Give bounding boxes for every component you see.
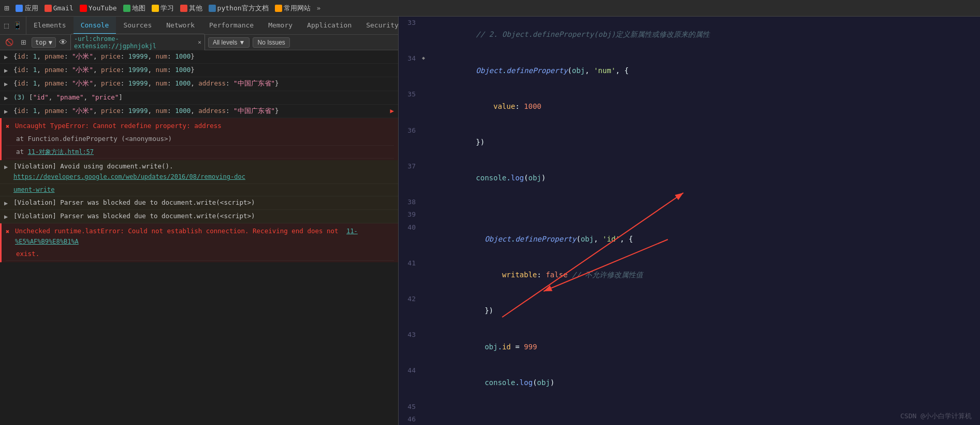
console-text: [Violation] Avoid using document.write()…	[13, 161, 394, 182]
no-issues-button[interactable]: No Issues	[253, 37, 289, 48]
expand-icon[interactable]: ▶	[4, 78, 13, 89]
bookmark-bar: ⊞ 应用 Gmail YouTube 地图 学习 其他 python官方文档 常…	[0, 0, 980, 17]
tab-application[interactable]: Application	[300, 17, 359, 34]
context-selector[interactable]: top ▼	[32, 37, 56, 48]
runtime-error-text2: exist.	[16, 249, 39, 259]
code-line-44: 44 console.log(obj)	[399, 364, 980, 400]
expand-icon[interactable]: ▶	[4, 197, 13, 208]
console-text: [Violation] Parser was blocked due to do…	[13, 211, 394, 221]
error-line: ✖ Uncaught TypeError: Cannot redefine pr…	[6, 120, 394, 133]
code-panel: 33 // 2. Object.defineProperty(obj)定义新属性…	[399, 17, 980, 425]
console-toolbar: 🚫 ⊞ top ▼ 👁 -url:chrome-extension://jgph…	[0, 35, 398, 50]
tab-elements[interactable]: Elements	[26, 17, 74, 34]
devtools-panel: ⬚ 📱 Elements Console Sources Network Per…	[0, 17, 399, 425]
code-line-35: 35 value: 1000	[399, 88, 980, 124]
console-text: {id: 1, pname: "小米", price: 19999, num: …	[13, 78, 394, 89]
runtime-error-block: ✖ Unchecked runtime.lastError: Could not…	[0, 223, 398, 262]
error-icon: ✖	[6, 121, 15, 132]
watermark: CSDN @小小白学计算机	[900, 412, 972, 421]
tab-console[interactable]: Console	[74, 17, 116, 34]
runtime-error-continuation: exist.	[6, 248, 394, 261]
stack-text: at Function.defineProperty (<anonymous>)	[16, 134, 394, 144]
device-icon[interactable]: 📱	[13, 21, 22, 30]
console-text: {id: 1, pname: "小米", price: 19999, num: …	[13, 106, 386, 116]
console-text: {id: 1, pname: "小米", price: 19999, num: …	[13, 65, 394, 75]
expand-icon[interactable]: ▶	[4, 211, 13, 222]
toggle-sidebar-button[interactable]: ⊞	[19, 37, 28, 47]
run-icon: ▶	[390, 106, 394, 116]
error-text: Uncaught TypeError: Cannot redefine prop…	[15, 121, 394, 131]
error-stack-line: at Function.defineProperty (<anonymous>)	[6, 133, 394, 146]
code-line-37: 37 console.log(obj)	[399, 160, 980, 196]
chevron-down-icon: ▼	[49, 39, 52, 46]
violation-link[interactable]: https://developers.google.com/web/update…	[13, 173, 245, 180]
bookmark-study[interactable]: 学习	[152, 4, 174, 13]
code-line-46: 46 Object.defineProperty(obj, 'address',…	[399, 413, 980, 425]
devtools-tab-bar: ⬚ 📱 Elements Console Sources Network Per…	[0, 17, 398, 35]
bookmark-maps[interactable]: 地图	[123, 4, 145, 13]
tab-performance[interactable]: Performance	[202, 17, 261, 34]
code-line-36: 36 })	[399, 124, 980, 160]
url-text: -url:chrome-extension://jgphnjokjl	[74, 35, 196, 50]
expand-icon[interactable]: ▶	[4, 161, 13, 172]
code-line-43: 43 obj.id = 999	[399, 329, 980, 364]
runtime-error-text: Unchecked runtime.lastError: Could not e…	[15, 226, 394, 247]
console-text: [Violation] Parser was blocked due to do…	[13, 197, 394, 208]
context-value: top	[35, 39, 47, 46]
bookmark-gmail[interactable]: Gmail	[45, 4, 74, 12]
error-file-link[interactable]: 11-对象方法.html:57	[28, 148, 94, 155]
code-line-40: 40 Object.defineProperty(obj, 'id', {	[399, 221, 980, 257]
context-url-display: -url:chrome-extension://jgphnjokjl ✕	[70, 34, 205, 51]
code-line-42: 42 })	[399, 293, 980, 329]
bookmark-common[interactable]: 常用网站	[275, 4, 311, 13]
console-line: ▶ {id: 1, pname: "小米", price: 19999, num…	[0, 105, 398, 118]
error-icon: ✖	[6, 226, 15, 237]
url-close-button[interactable]: ✕	[198, 39, 201, 46]
console-text: (3) ["id", "pname", "price"]	[13, 92, 394, 103]
more-bookmarks-button[interactable]: »	[317, 4, 321, 12]
bookmark-python[interactable]: python官方文档	[209, 4, 269, 13]
eye-icon[interactable]: 👁	[59, 37, 67, 47]
expand-icon[interactable]: ▶	[4, 51, 13, 62]
code-line-33: 33 // 2. Object.defineProperty(obj)定义新属性…	[399, 17, 980, 52]
console-output: ▶ {id: 1, pname: "小米", price: 19999, num…	[0, 50, 398, 425]
stack-location: at 11-对象方法.html:57	[16, 147, 394, 157]
violation-link-suffix[interactable]: ument-write	[13, 185, 54, 195]
console-text: {id: 1, pname: "小米", price: 19999, num: …	[13, 51, 394, 62]
log-levels-button[interactable]: All levels ▼	[208, 37, 250, 48]
code-line-39: 39	[399, 208, 980, 221]
console-line: ▶ {id: 1, pname: "小米", price: 19999, num…	[0, 50, 398, 64]
error-block: ✖ Uncaught TypeError: Cannot redefine pr…	[0, 118, 398, 160]
code-line-45: 45	[399, 401, 980, 413]
apps-icon[interactable]: ⊞	[4, 3, 9, 13]
error-location-line: at 11-对象方法.html:57	[6, 146, 394, 159]
code-line-34: 34 ◆ Object.defineProperty(obj, 'num', {	[399, 52, 980, 88]
tab-network[interactable]: Network	[159, 17, 202, 34]
inspect-icon[interactable]: ⬚	[4, 21, 9, 30]
code-editor: 33 // 2. Object.defineProperty(obj)定义新属性…	[399, 17, 980, 425]
violation-line-2: ▶ [Violation] Parser was blocked due to …	[0, 196, 398, 210]
devtools-toolbar-icons: ⬚ 📱	[0, 17, 26, 34]
expand-icon[interactable]: ▶	[4, 92, 13, 103]
runtime-error-line: ✖ Unchecked runtime.lastError: Could not…	[6, 225, 394, 248]
tab-sources[interactable]: Sources	[116, 17, 159, 34]
bookmark-apps[interactable]: 应用	[16, 4, 38, 13]
violation-line-3: ▶ [Violation] Parser was blocked due to …	[0, 210, 398, 223]
violation-link-continuation: ument-write	[0, 184, 398, 196]
expand-icon[interactable]: ▶	[4, 65, 13, 76]
code-line-41: 41 writable: false // 不允许修改属性值	[399, 257, 980, 293]
console-line: ▶ (3) ["id", "pname", "price"]	[0, 91, 398, 105]
console-line: ▶ {id: 1, pname: "小米", price: 19999, num…	[0, 64, 398, 77]
console-line: ▶ {id: 1, pname: "小米", price: 19999, num…	[0, 77, 398, 91]
clear-console-button[interactable]: 🚫	[3, 37, 16, 47]
violation-line: ▶ [Violation] Avoid using document.write…	[0, 160, 398, 183]
code-line-38: 38	[399, 196, 980, 208]
bookmark-youtube[interactable]: YouTube	[80, 4, 117, 12]
tab-memory[interactable]: Memory	[261, 17, 300, 34]
bookmark-other[interactable]: 其他	[180, 4, 202, 13]
expand-icon[interactable]: ▶	[4, 106, 13, 117]
